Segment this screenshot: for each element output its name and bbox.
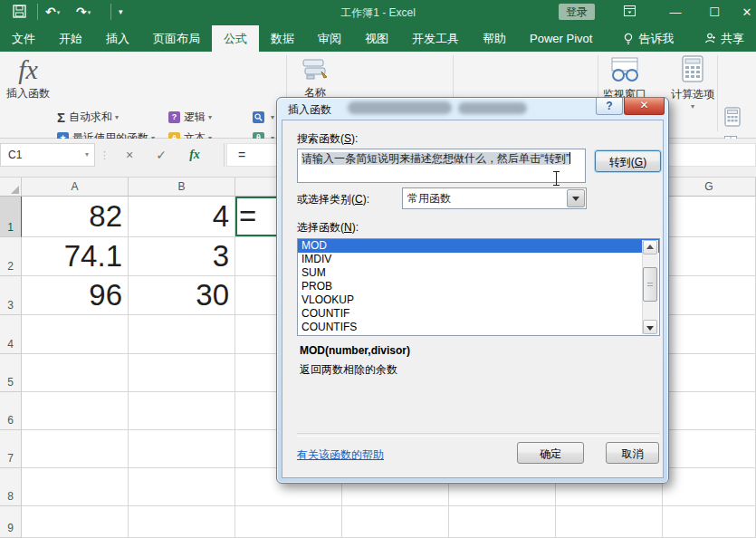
scrollbar-thumb[interactable] [643,267,657,302]
function-item-VLOOKUP[interactable]: VLOOKUP [298,293,659,307]
go-button[interactable]: 转到(G) [595,150,661,172]
tab-help[interactable]: 帮助 [471,25,518,52]
cell-G8[interactable] [663,468,756,506]
insert-function-fx-button[interactable]: fx [181,143,208,167]
function-item-COUNTIFS[interactable]: COUNTIFS [298,321,659,334]
function-item-PROB[interactable]: PROB [298,280,659,293]
cancel-entry-button[interactable]: × [116,143,143,167]
function-item-COUNTIF[interactable]: COUNTIF [298,307,659,321]
function-item-SUM[interactable]: SUM [298,266,659,280]
cell-E9[interactable] [449,506,556,538]
row-header-3[interactable]: 3 [0,276,22,315]
cell-B9[interactable] [129,506,235,538]
scroll-up-button[interactable] [643,240,657,255]
name-box-dropdown-icon[interactable]: ▾ [85,144,89,166]
cell-G7[interactable] [663,430,756,468]
row-header-6[interactable]: 6 [0,392,22,430]
tab-tell-me[interactable]: 告诉我 [611,25,685,52]
cell-G5[interactable] [663,354,756,392]
formula-bar-handle[interactable]: ⋮ [100,143,110,167]
cell-A9[interactable] [22,506,129,538]
cell-G3[interactable] [663,276,756,315]
row-header-2[interactable]: 2 [0,237,22,276]
tab-power-pivot[interactable]: Power Pivot [518,25,604,52]
dialog-close-button[interactable]: ✕ [624,98,665,115]
scroll-down-button[interactable] [643,320,657,334]
row-header-7[interactable]: 7 [0,430,22,468]
autosum-button[interactable]: Σ 自动求和▾ [57,108,119,126]
calculate-now-button[interactable] [724,108,741,126]
cell-C9[interactable] [235,506,342,538]
cell-B4[interactable] [129,315,235,354]
tab-page-layout[interactable]: 页面布局 [141,25,212,52]
function-item-MOD[interactable]: MOD [298,239,659,253]
cell-A5[interactable] [22,354,129,392]
cell-G4[interactable] [663,315,756,354]
function-listbox[interactable]: MODIMDIVSUMPROBVLOOKUPCOUNTIFCOUNTIFS [297,238,660,336]
close-window-button[interactable]: ✕ [735,4,756,22]
calculation-options-button[interactable]: 计算选项 ▾ [670,55,715,110]
small-calculator-icon [724,107,741,127]
search-function-label: 搜索函数(S): [297,131,358,147]
tab-share[interactable]: 共享 [693,25,756,52]
tab-data[interactable]: 数据 [259,25,306,52]
tab-formulas[interactable]: 公式 [212,25,259,52]
tab-review[interactable]: 审阅 [306,25,353,52]
row-header-4[interactable]: 4 [0,315,22,354]
cell-B2[interactable]: 3 [129,237,235,276]
row-header-5[interactable]: 5 [0,354,22,392]
dialog-help-button[interactable]: ? [596,98,623,115]
row-header-1[interactable]: 1 [0,197,22,237]
cell-G9[interactable] [663,506,756,538]
cell-A2[interactable]: 74.1 [22,237,129,276]
cell-B8[interactable] [129,468,235,506]
lookup-reference-button[interactable]: ▾ [253,108,274,126]
cell-B6[interactable] [129,392,235,430]
column-header-A[interactable]: A [22,178,129,197]
cell-A3[interactable]: 96 [22,276,129,315]
cancel-button[interactable]: 取消 [606,442,659,464]
category-dropdown-button[interactable] [567,189,585,207]
tab-view[interactable]: 视图 [353,25,400,52]
cell-D9[interactable] [342,506,449,538]
sign-in-button[interactable]: 登录 [559,4,595,20]
logical-icon: ? [168,111,180,123]
column-header-G[interactable]: G [663,178,756,197]
watch-window-button[interactable]: 监视窗口 [601,57,648,102]
cell-B3[interactable]: 30 [129,276,235,315]
category-select[interactable]: 常用函数 [402,187,587,209]
cell-A6[interactable] [22,392,129,430]
tab-home[interactable]: 开始 [47,25,94,52]
select-all-button[interactable] [0,178,22,197]
tab-developer[interactable]: 开发工具 [400,25,471,52]
minimize-button[interactable]: — [664,4,687,22]
name-manager-button[interactable]: 名称 [295,57,335,101]
insert-function-button[interactable]: fx 插入函数 [3,55,53,101]
ribbon-display-options-icon[interactable] [617,4,641,22]
tab-insert[interactable]: 插入 [94,25,141,52]
cell-B1[interactable]: 4 [129,197,235,237]
function-help-link[interactable]: 有关该函数的帮助 [297,447,384,463]
ok-button[interactable]: 确定 [517,442,584,464]
cell-B5[interactable] [129,354,235,392]
confirm-entry-button[interactable]: ✓ [148,143,175,167]
column-header-B[interactable]: B [129,178,235,197]
logical-button[interactable]: ? 逻辑▾ [168,108,212,126]
cell-A4[interactable] [22,315,129,354]
name-box[interactable]: C1 ▾ [0,143,95,167]
cell-G6[interactable] [663,392,756,430]
cell-A8[interactable] [22,468,129,506]
search-function-input[interactable]: 请输入一条简短说明来描述您想做什么，然后单击“转到” [297,149,586,183]
cell-A1[interactable]: 82 [22,197,129,237]
row-header-9[interactable]: 9 [0,506,22,538]
function-list-scrollbar[interactable] [642,240,658,334]
cell-G1[interactable] [663,197,756,237]
maximize-button[interactable]: ☐ [703,4,726,22]
cell-A7[interactable] [22,430,129,468]
tab-file[interactable]: 文件 [0,25,47,52]
function-item-IMDIV[interactable]: IMDIV [298,253,659,266]
row-header-8[interactable]: 8 [0,468,22,506]
cell-B7[interactable] [129,430,235,468]
cell-F9[interactable] [556,506,663,538]
cell-G2[interactable] [663,237,756,276]
